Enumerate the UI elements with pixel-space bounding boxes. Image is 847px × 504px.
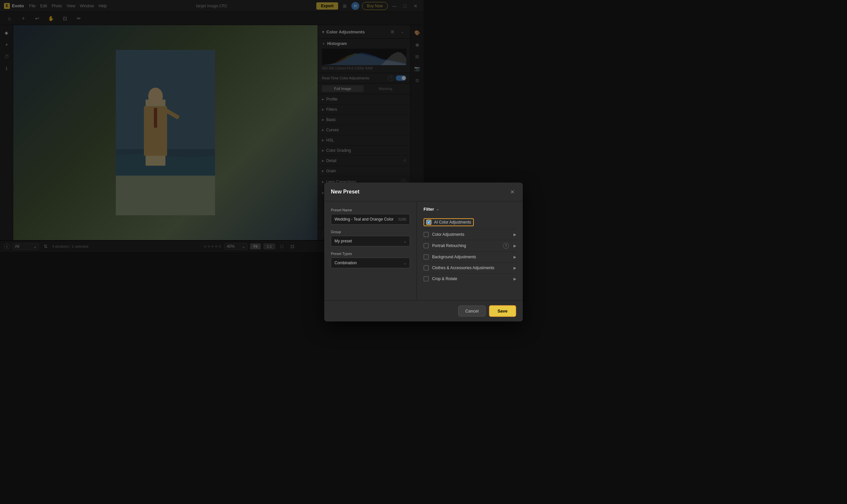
preset-types-label: Preset Types xyxy=(331,252,410,252)
modal-form: Preset Name 31/80 Group My preset ⌄ xyxy=(324,201,417,252)
preset-types-group: Preset Types Combination ⌄ xyxy=(331,252,410,252)
group-chevron-icon: ⌄ xyxy=(404,239,406,243)
modal-header: New Preset ✕ xyxy=(324,183,423,201)
new-preset-modal: New Preset ✕ Preset Name 31/80 Group xyxy=(324,183,423,252)
preset-name-label: Preset Name xyxy=(331,208,410,212)
group-value: My preset xyxy=(335,239,352,244)
group-select[interactable]: My preset ⌄ xyxy=(331,236,410,246)
char-count: 31/80 xyxy=(398,218,406,221)
modal-body: Preset Name 31/80 Group My preset ⌄ xyxy=(324,201,423,252)
group-label: Group xyxy=(331,230,410,234)
preset-name-group: Preset Name 31/80 xyxy=(331,208,410,224)
modal-filter: Filter ⌄ AI Color Adjustments Color Adju… xyxy=(417,201,423,252)
group-group: Group My preset ⌄ xyxy=(331,230,410,246)
preset-name-input[interactable] xyxy=(335,217,398,221)
modal-overlay[interactable]: New Preset ✕ Preset Name 31/80 Group xyxy=(0,0,423,252)
modal-title: New Preset xyxy=(331,189,359,195)
preset-name-input-wrapper: 31/80 xyxy=(331,214,410,224)
